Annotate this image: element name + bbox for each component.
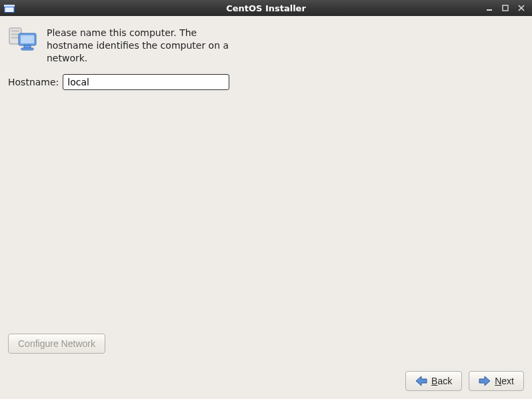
svg-rect-12 (21, 35, 34, 43)
configure-network-label: Configure Network (18, 338, 95, 349)
svg-rect-14 (21, 48, 33, 50)
close-button[interactable] (517, 4, 525, 12)
svg-rect-2 (5, 7, 14, 12)
back-button[interactable]: Back (405, 371, 462, 391)
network-computers-icon (8, 27, 40, 53)
content-area: Please name this computer. The hostname … (0, 16, 532, 399)
svg-rect-4 (503, 5, 508, 11)
next-label: Next (495, 376, 514, 386)
installer-window: CentOS Installer (0, 0, 532, 399)
hostname-row: Hostname: (8, 74, 524, 90)
svg-rect-8 (11, 30, 19, 32)
next-button[interactable]: Next (469, 371, 524, 391)
intro-row: Please name this computer. The hostname … (8, 27, 524, 65)
arrow-right-icon (479, 376, 491, 386)
maximize-button[interactable] (501, 4, 509, 12)
back-label: Back (431, 376, 452, 386)
hostname-input[interactable] (63, 74, 229, 90)
svg-rect-10 (11, 37, 19, 39)
svg-rect-1 (4, 5, 15, 7)
arrow-left-icon (415, 376, 427, 386)
titlebar: CentOS Installer (0, 0, 532, 16)
intro-text: Please name this computer. The hostname … (47, 27, 240, 65)
svg-rect-3 (487, 9, 492, 11)
footer-nav: Back Next (405, 371, 524, 391)
hostname-label: Hostname: (8, 77, 59, 87)
svg-rect-13 (24, 45, 31, 48)
window-title: CentOS Installer (0, 3, 532, 13)
configure-network-area: Configure Network (8, 334, 105, 354)
minimize-button[interactable] (485, 4, 493, 12)
window-controls (485, 4, 528, 12)
svg-rect-9 (11, 33, 19, 35)
app-icon (4, 3, 15, 13)
configure-network-button[interactable]: Configure Network (8, 334, 105, 354)
